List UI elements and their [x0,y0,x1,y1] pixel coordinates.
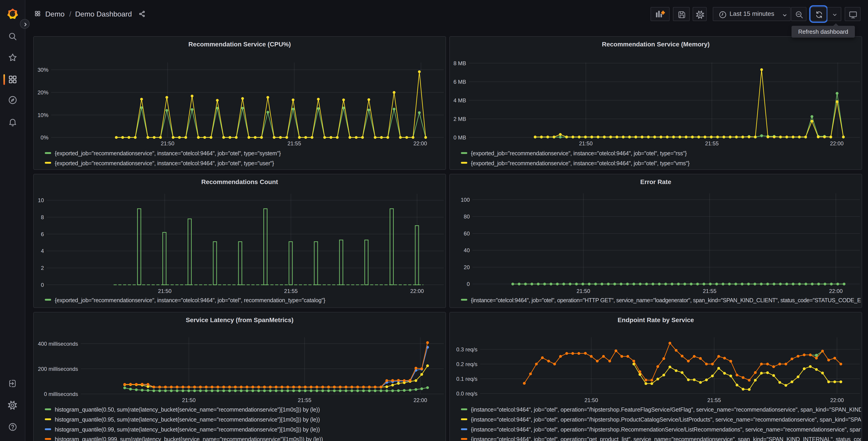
svg-text:40: 40 [464,247,470,253]
svg-text:22:00: 22:00 [413,140,427,146]
svg-text:0.2 req/s: 0.2 req/s [456,361,477,367]
svg-text:21:55: 21:55 [703,288,716,294]
svg-text:10: 10 [38,197,44,203]
svg-text:20%: 20% [37,89,49,95]
svg-text:0: 0 [467,281,470,287]
svg-text:21:50: 21:50 [182,397,195,403]
svg-text:10%: 10% [37,112,49,118]
svg-text:21:50: 21:50 [161,140,174,146]
svg-text:2: 2 [41,265,44,271]
svg-text:22:00: 22:00 [830,397,844,403]
svg-text:20: 20 [464,264,470,270]
svg-text:0 milliseconds: 0 milliseconds [44,391,78,397]
svg-text:80: 80 [464,213,470,219]
svg-text:0.0 req/s: 0.0 req/s [456,390,477,396]
svg-text:4: 4 [41,248,44,254]
svg-text:21:55: 21:55 [705,140,719,146]
svg-text:8: 8 [41,214,44,220]
svg-text:22:00: 22:00 [413,397,427,403]
svg-text:0: 0 [41,282,44,288]
svg-text:0.1 req/s: 0.1 req/s [456,376,477,382]
svg-text:21:55: 21:55 [707,397,721,403]
svg-text:22:00: 22:00 [410,288,424,294]
svg-text:8 MB: 8 MB [454,60,466,66]
svg-text:4 MB: 4 MB [454,97,466,104]
svg-text:2 MB: 2 MB [454,116,466,122]
svg-text:400 milliseconds: 400 milliseconds [38,341,78,347]
svg-text:200 milliseconds: 200 milliseconds [38,366,78,372]
svg-text:21:55: 21:55 [284,288,298,294]
svg-text:100: 100 [461,197,470,203]
svg-text:21:50: 21:50 [577,288,590,294]
svg-text:60: 60 [464,231,470,237]
svg-text:21:50: 21:50 [579,140,593,146]
svg-text:0.3 req/s: 0.3 req/s [456,346,477,352]
svg-text:21:55: 21:55 [287,140,301,146]
svg-text:22:00: 22:00 [829,288,843,294]
svg-text:30%: 30% [37,67,49,73]
svg-text:6: 6 [41,231,44,237]
svg-text:0%: 0% [40,135,49,141]
svg-text:21:55: 21:55 [298,397,311,403]
svg-text:0 MB: 0 MB [454,135,466,141]
svg-text:6 MB: 6 MB [454,79,466,85]
svg-text:21:50: 21:50 [158,288,172,294]
svg-text:21:50: 21:50 [585,397,598,403]
svg-text:22:00: 22:00 [830,140,843,146]
